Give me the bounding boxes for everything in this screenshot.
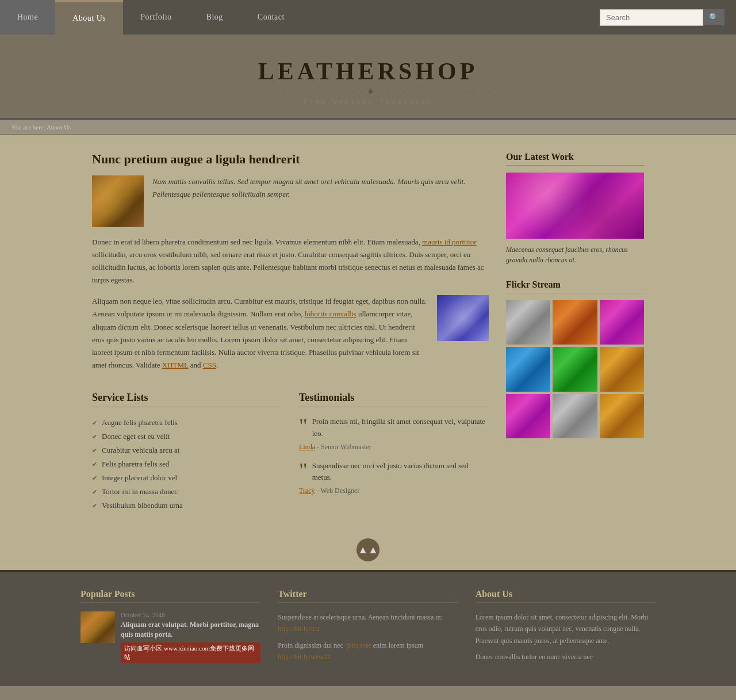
about-text-2: Donec convallis tortor eu nunc viverra n…: [476, 651, 656, 663]
list-item: Vestibulum bibendum urna: [92, 499, 282, 512]
testimonial-role-2: - Web Designer: [317, 487, 360, 495]
twitter-column: Twitter Suspendisse at scelerisque urna.…: [278, 589, 458, 669]
site-subtitle: Free Website Templates: [12, 98, 724, 106]
list-item: Integer placerat dolor vel: [92, 471, 282, 485]
latest-work-image[interactable]: [506, 173, 644, 239]
list-item: Felis pharetra felis sed: [92, 457, 282, 471]
search-form: 🔍: [600, 0, 736, 35]
article-image-1: [92, 175, 144, 227]
footer-post-title: Aliquam erat volutpat. Morbi porttitor, …: [121, 620, 260, 640]
watermark: 访问血写小区:www.xieniao.com免费下载更多网站: [121, 642, 260, 663]
latest-work-caption: Maecenas consequat faucibus eros, rhoncu…: [506, 244, 644, 265]
testimonials-title: Testimonials: [299, 392, 489, 407]
about-title: About Us: [476, 589, 656, 603]
latest-work-section: Our Latest Work Maecenas consequat fauci…: [506, 152, 644, 265]
flickr-thumb-8[interactable]: [553, 394, 597, 438]
sidebar: Our Latest Work Maecenas consequat fauci…: [506, 152, 644, 512]
navigation: Home About Us Portfolio Blog Contact 🔍: [0, 0, 736, 35]
footer-post-info: October 24, 2048 Aliquam erat volutpat. …: [121, 611, 260, 663]
search-button[interactable]: 🔍: [703, 9, 724, 25]
list-item: Augue felis pharetra felis: [92, 416, 282, 430]
main-layout: Nunc pretium augue a ligula hendrerit Na…: [80, 135, 656, 530]
article-link-2[interactable]: lobortis convallis: [305, 309, 356, 318]
twitter-link-1[interactable]: http://bit.lyrtrtr: [278, 625, 319, 633]
list-item: Tortor mi in massa donec: [92, 485, 282, 499]
about-text-1: Lorem ipsum dolor sit amet, consectetur …: [476, 611, 656, 647]
search-input[interactable]: [600, 9, 703, 26]
twitter-link-3[interactable]: http://bit.ly/wew22: [278, 653, 331, 661]
nav-portfolio[interactable]: Portfolio: [123, 0, 189, 35]
footer-post-1: October 24, 2048 Aliquam erat volutpat. …: [80, 611, 260, 663]
flickr-thumb-5[interactable]: [553, 347, 597, 391]
article-body-2: Aliquam non neque leo, vitae sollicitudi…: [92, 295, 428, 372]
breadcrumb: You are here: About Us: [0, 120, 736, 135]
scroll-up-section: ▲▲: [0, 530, 736, 570]
flickr-thumb-3[interactable]: [600, 300, 644, 345]
article-link-1[interactable]: mauris id porttitor: [422, 238, 477, 246]
about-column: About Us Lorem ipsum dolor sit amet, con…: [476, 589, 656, 669]
content-area: Nunc pretium augue a ligula hendrerit Na…: [0, 135, 736, 530]
flickr-thumb-1[interactable]: [506, 300, 550, 345]
article-image-2: [437, 295, 489, 341]
popular-posts-title: Popular Posts: [80, 589, 260, 603]
quote-icon-2: ": [299, 460, 308, 481]
flickr-thumb-2[interactable]: [553, 300, 597, 345]
twitter-link-2[interactable]: @forever: [345, 641, 371, 649]
latest-work-title: Our Latest Work: [506, 152, 644, 166]
nav-about[interactable]: About Us: [55, 0, 123, 35]
flickr-section: Flickr Stream: [506, 280, 644, 438]
article-intro: Nam mattis convallis tellus. Sed tempor …: [92, 175, 489, 227]
site-title: LEATHERSHOP: [12, 58, 724, 85]
nav-contact[interactable]: Contact: [240, 0, 302, 35]
twitter-title: Twitter: [278, 589, 458, 603]
list-item: Donec eget est eu velit: [92, 430, 282, 443]
flickr-title: Flickr Stream: [506, 280, 644, 293]
twitter-tweet-1: Suspendisse at scelerisque urna. Aenean …: [278, 611, 458, 635]
flickr-thumb-4[interactable]: [506, 347, 550, 391]
testimonial-role-1: - Senior Webmaster: [317, 443, 371, 451]
article-link-xhtml[interactable]: XHTML: [162, 361, 189, 369]
testimonial-text-1: Proin metus mi, fringilla sit amet conse…: [312, 416, 489, 440]
testimonial-author-2: Tracy - Web Designer: [299, 487, 489, 495]
header-divider: · · · · · · · · · · · · · · · · ❋ · · · …: [12, 88, 724, 95]
footer-post-date: October 24, 2048: [121, 611, 260, 618]
footer: Popular Posts October 24, 2048 Aliquam e…: [0, 570, 736, 686]
flickr-thumb-9[interactable]: [600, 394, 644, 438]
nav-blog[interactable]: Blog: [189, 0, 240, 35]
flickr-grid: [506, 300, 644, 438]
article-section-2: Aliquam non neque leo, vitae sollicitudi…: [92, 295, 489, 380]
flickr-thumb-6[interactable]: [600, 347, 644, 391]
flickr-thumb-7[interactable]: [506, 394, 550, 438]
testimonial-author-1: Linda - Senior Webmaster: [299, 443, 489, 452]
article-title: Nunc pretium augue a ligula hendrerit: [92, 152, 489, 167]
testimonials-section: Testimonials " Proin metus mi, fringilla…: [299, 392, 489, 512]
quote-icon-1: ": [299, 416, 308, 437]
article-body-1: Donec in erat id libero pharetra condime…: [92, 236, 489, 286]
nav-home[interactable]: Home: [0, 0, 55, 35]
article-intro-text: Nam mattis convallis tellus. Sed tempor …: [152, 175, 489, 227]
service-list: Augue felis pharetra felis Donec eget es…: [92, 416, 282, 512]
testimonial-1: " Proin metus mi, fringilla sit amet con…: [299, 416, 489, 452]
testimonial-text-2: Suspendisse nec orci vel justo varius di…: [312, 460, 489, 484]
popular-posts-column: Popular Posts October 24, 2048 Aliquam e…: [80, 589, 260, 669]
testimonial-link-2[interactable]: Tracy: [299, 487, 315, 495]
testimonial-2: " Suspendisse nec orci vel justo varius …: [299, 460, 489, 496]
scroll-up-button[interactable]: ▲▲: [356, 538, 379, 561]
twitter-tweet-2: Proin dignissim dui nec @forever enim lo…: [278, 640, 458, 663]
services-title: Service Lists: [92, 392, 282, 407]
site-header: LEATHERSHOP · · · · · · · · · · · · · · …: [0, 35, 736, 120]
services-section: Service Lists Augue felis pharetra felis…: [92, 392, 282, 512]
services-testimonials: Service Lists Augue felis pharetra felis…: [92, 392, 489, 512]
footer-layout: Popular Posts October 24, 2048 Aliquam e…: [80, 589, 656, 669]
footer-post-image[interactable]: [80, 611, 115, 643]
testimonial-link-1[interactable]: Linda: [299, 443, 315, 451]
list-item: Curabitur vehicula arcu at: [92, 443, 282, 457]
main-content: Nunc pretium augue a ligula hendrerit Na…: [92, 152, 489, 512]
article-link-css[interactable]: CSS: [203, 361, 216, 369]
